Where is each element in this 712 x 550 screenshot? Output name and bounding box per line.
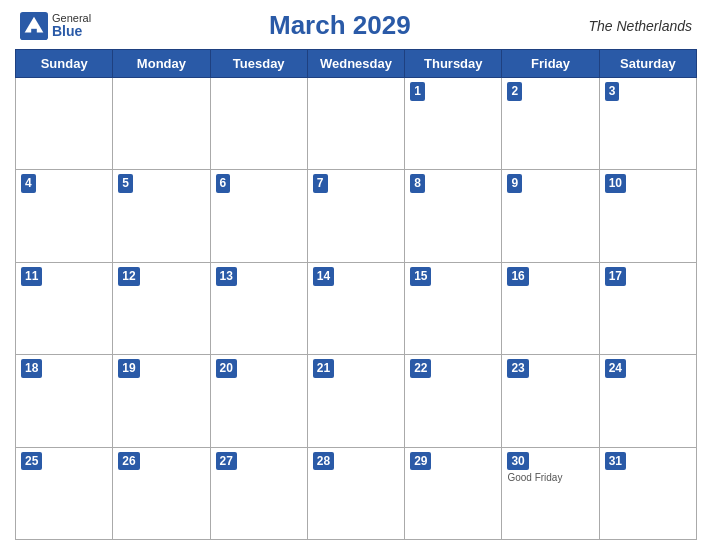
day-number: 18: [21, 359, 42, 378]
generalblue-icon: [20, 12, 48, 40]
day-number: 27: [216, 452, 237, 471]
calendar-table: Sunday Monday Tuesday Wednesday Thursday…: [15, 49, 697, 540]
day-number: 7: [313, 174, 328, 193]
day-number: 24: [605, 359, 626, 378]
calendar-cell: 26: [113, 447, 210, 539]
calendar-cell: 9: [502, 170, 599, 262]
calendar-cell: [307, 78, 404, 170]
day-number: 10: [605, 174, 626, 193]
day-number: 14: [313, 267, 334, 286]
calendar-cell: 25: [16, 447, 113, 539]
holiday-label: Good Friday: [507, 472, 593, 483]
day-number: 11: [21, 267, 42, 286]
calendar-cell: 19: [113, 355, 210, 447]
calendar-week-1: 123: [16, 78, 697, 170]
calendar-cell: 21: [307, 355, 404, 447]
header-friday: Friday: [502, 50, 599, 78]
calendar-cell: 17: [599, 262, 696, 354]
calendar-cell: 20: [210, 355, 307, 447]
calendar-cell: 1: [405, 78, 502, 170]
calendar-cell: [210, 78, 307, 170]
calendar-title: March 2029: [269, 10, 411, 41]
day-number: 20: [216, 359, 237, 378]
calendar-cell: 3: [599, 78, 696, 170]
svg-rect-2: [31, 28, 37, 35]
day-number: 8: [410, 174, 425, 193]
day-number: 9: [507, 174, 522, 193]
calendar-cell: 22: [405, 355, 502, 447]
day-number: 25: [21, 452, 42, 471]
calendar-body: 1234567891011121314151617181920212223242…: [16, 78, 697, 540]
calendar-week-3: 11121314151617: [16, 262, 697, 354]
day-number: 5: [118, 174, 133, 193]
day-number: 23: [507, 359, 528, 378]
header: General Blue March 2029 The Netherlands: [15, 10, 697, 41]
day-number: 28: [313, 452, 334, 471]
logo-blue-text: Blue: [52, 24, 91, 38]
logo: General Blue: [20, 12, 91, 40]
header-sunday: Sunday: [16, 50, 113, 78]
day-number: 26: [118, 452, 139, 471]
calendar-cell: 18: [16, 355, 113, 447]
calendar-cell: 23: [502, 355, 599, 447]
day-number: 3: [605, 82, 620, 101]
calendar-cell: 27: [210, 447, 307, 539]
calendar-cell: 28: [307, 447, 404, 539]
day-number: 2: [507, 82, 522, 101]
day-number: 29: [410, 452, 431, 471]
calendar-cell: 2: [502, 78, 599, 170]
day-number: 4: [21, 174, 36, 193]
day-number: 1: [410, 82, 425, 101]
calendar-cell: 31: [599, 447, 696, 539]
day-number: 15: [410, 267, 431, 286]
country-label: The Netherlands: [588, 18, 692, 34]
calendar-cell: 30Good Friday: [502, 447, 599, 539]
day-number: 13: [216, 267, 237, 286]
header-tuesday: Tuesday: [210, 50, 307, 78]
calendar-cell: 5: [113, 170, 210, 262]
calendar-week-2: 45678910: [16, 170, 697, 262]
day-number: 31: [605, 452, 626, 471]
calendar-week-5: 252627282930Good Friday31: [16, 447, 697, 539]
day-number: 6: [216, 174, 231, 193]
calendar-cell: [16, 78, 113, 170]
day-number: 16: [507, 267, 528, 286]
calendar-cell: 14: [307, 262, 404, 354]
calendar-cell: [113, 78, 210, 170]
calendar-week-4: 18192021222324: [16, 355, 697, 447]
calendar-cell: 4: [16, 170, 113, 262]
calendar-cell: 6: [210, 170, 307, 262]
day-number: 22: [410, 359, 431, 378]
calendar-cell: 16: [502, 262, 599, 354]
calendar-cell: 10: [599, 170, 696, 262]
day-number: 21: [313, 359, 334, 378]
header-thursday: Thursday: [405, 50, 502, 78]
calendar-cell: 24: [599, 355, 696, 447]
calendar-page: General Blue March 2029 The Netherlands …: [0, 0, 712, 550]
header-monday: Monday: [113, 50, 210, 78]
calendar-cell: 29: [405, 447, 502, 539]
day-number: 19: [118, 359, 139, 378]
calendar-cell: 15: [405, 262, 502, 354]
calendar-cell: 8: [405, 170, 502, 262]
header-wednesday: Wednesday: [307, 50, 404, 78]
calendar-cell: 11: [16, 262, 113, 354]
calendar-cell: 7: [307, 170, 404, 262]
day-number: 12: [118, 267, 139, 286]
calendar-cell: 13: [210, 262, 307, 354]
day-number: 17: [605, 267, 626, 286]
day-number: 30: [507, 452, 528, 471]
header-saturday: Saturday: [599, 50, 696, 78]
calendar-cell: 12: [113, 262, 210, 354]
weekday-header-row: Sunday Monday Tuesday Wednesday Thursday…: [16, 50, 697, 78]
